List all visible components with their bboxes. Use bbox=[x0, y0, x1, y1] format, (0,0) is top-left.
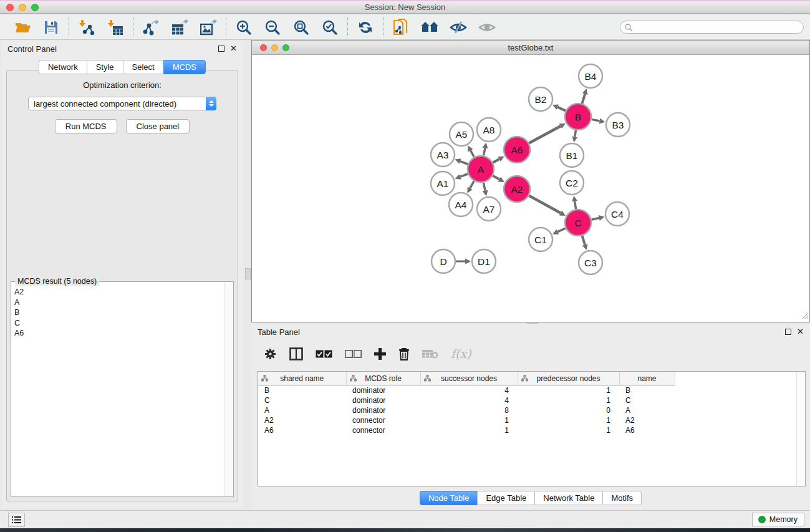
home-view-icon[interactable] bbox=[420, 18, 439, 37]
export-table-icon[interactable] bbox=[170, 18, 189, 37]
edge-C-C1[interactable] bbox=[557, 228, 566, 232]
table-row[interactable]: A2connector11A2 bbox=[258, 415, 675, 425]
delete-column-trash-icon[interactable] bbox=[398, 347, 410, 360]
table-cell[interactable]: connector bbox=[346, 415, 420, 425]
table-cell[interactable]: 1 bbox=[420, 415, 518, 425]
clone-network-icon[interactable] bbox=[392, 18, 410, 37]
table-cell[interactable]: B bbox=[258, 385, 346, 395]
tab-motifs[interactable]: Motifs bbox=[602, 491, 642, 505]
open-session-icon[interactable] bbox=[13, 18, 32, 37]
tab-style[interactable]: Style bbox=[87, 60, 123, 74]
edge-A-A3[interactable] bbox=[460, 162, 468, 165]
network-canvas[interactable]: B4B2BB3A8A5A6A3B1AA1C2A2A4A7C4CC1C3DD1 bbox=[253, 56, 809, 321]
window-resize-grip[interactable] bbox=[801, 312, 809, 321]
edge-A-A7[interactable] bbox=[483, 183, 485, 191]
table-cell[interactable]: dominator bbox=[346, 385, 420, 395]
table-settings-gear-icon[interactable] bbox=[264, 347, 277, 360]
criterion-dropdown[interactable]: largest connected component (directed) bbox=[28, 97, 216, 110]
edge-C-C4[interactable] bbox=[591, 218, 599, 220]
table-cell[interactable]: A6 bbox=[619, 425, 675, 435]
close-panel-button[interactable]: Close panel bbox=[126, 119, 190, 133]
deselect-all-checkboxes-icon[interactable] bbox=[345, 350, 362, 358]
edge-A-A6[interactable] bbox=[493, 159, 499, 163]
zoom-fit-icon[interactable] bbox=[292, 18, 311, 37]
network-window-titlebar[interactable]: testGlobe.txt bbox=[252, 41, 809, 55]
import-table-icon[interactable] bbox=[106, 18, 125, 37]
mcds-result-item[interactable]: B bbox=[11, 307, 224, 318]
table-cell[interactable]: A2 bbox=[619, 415, 675, 425]
memory-button[interactable]: Memory bbox=[752, 513, 804, 526]
float-table-panel-icon[interactable] bbox=[785, 329, 791, 335]
edge-A2-C[interactable] bbox=[529, 196, 561, 213]
column-header-predecessor-nodes[interactable]: predecessor nodes bbox=[518, 372, 619, 385]
search-field[interactable] bbox=[620, 21, 804, 34]
table-cell[interactable]: 4 bbox=[420, 385, 518, 395]
table-cell[interactable]: A2 bbox=[258, 415, 346, 425]
select-all-checkboxes-icon[interactable] bbox=[316, 350, 332, 358]
node-table[interactable]: shared name MCDS role successor nodes pr… bbox=[258, 372, 675, 435]
mcds-result-item[interactable]: A bbox=[11, 297, 224, 308]
mcds-result-item[interactable]: A6 bbox=[11, 328, 224, 339]
edge-A-A8[interactable] bbox=[483, 148, 485, 155]
add-column-icon[interactable] bbox=[374, 348, 386, 360]
table-cell[interactable]: 4 bbox=[420, 395, 518, 405]
edge-B-B2[interactable] bbox=[557, 107, 566, 111]
tab-network[interactable]: Network bbox=[39, 60, 87, 74]
edge-C-C3[interactable] bbox=[582, 236, 585, 244]
tab-select[interactable]: Select bbox=[123, 60, 163, 74]
tab-node-table[interactable]: Node Table bbox=[420, 491, 478, 505]
run-mcds-button[interactable]: Run MCDS bbox=[55, 119, 117, 133]
zoom-selected-icon[interactable] bbox=[321, 18, 339, 37]
table-cell[interactable]: 0 bbox=[518, 405, 619, 415]
edge-B-B4[interactable] bbox=[582, 94, 585, 104]
table-cell[interactable]: C bbox=[258, 395, 346, 405]
edge-A-A4[interactable] bbox=[470, 181, 475, 188]
tab-edge-table[interactable]: Edge Table bbox=[477, 491, 534, 505]
save-session-icon[interactable] bbox=[42, 18, 60, 37]
zoom-out-icon[interactable] bbox=[263, 18, 282, 37]
table-cell[interactable]: dominator bbox=[346, 405, 420, 415]
hide-selected-eye-icon[interactable] bbox=[449, 18, 468, 37]
column-header-mcds-role[interactable]: MCDS role bbox=[346, 372, 420, 385]
table-cell[interactable]: C bbox=[619, 395, 675, 405]
edge-A-A5[interactable] bbox=[471, 150, 475, 157]
result-list-scrollbar[interactable] bbox=[224, 282, 233, 496]
table-row[interactable]: A6connector11A6 bbox=[258, 425, 675, 435]
show-all-eye-icon[interactable] bbox=[478, 18, 496, 37]
tab-network-table[interactable]: Network Table bbox=[534, 491, 602, 505]
table-cell[interactable]: A bbox=[619, 405, 675, 415]
column-header-name[interactable]: name bbox=[619, 372, 675, 385]
edge-C-C2[interactable] bbox=[575, 201, 576, 210]
table-cell[interactable]: dominator bbox=[346, 395, 420, 405]
mcds-result-list[interactable]: A2ABCA6 bbox=[11, 287, 224, 496]
table-cell[interactable]: 1 bbox=[518, 425, 619, 435]
table-row[interactable]: Adominator80A bbox=[258, 405, 675, 415]
column-header-successor-nodes[interactable]: successor nodes bbox=[420, 372, 518, 385]
edge-A6-B[interactable] bbox=[529, 126, 561, 143]
import-network-icon[interactable] bbox=[77, 18, 96, 37]
table-cell[interactable]: connector bbox=[346, 425, 420, 435]
float-panel-icon[interactable] bbox=[218, 46, 224, 52]
close-panel-icon[interactable]: ✕ bbox=[230, 46, 237, 52]
table-cell[interactable]: 1 bbox=[518, 385, 619, 395]
close-table-panel-icon[interactable]: ✕ bbox=[797, 329, 804, 335]
refresh-view-icon[interactable] bbox=[356, 18, 375, 37]
table-scrollbar[interactable] bbox=[796, 372, 805, 486]
edge-A-A2[interactable] bbox=[493, 176, 499, 180]
edge-B-B3[interactable] bbox=[592, 119, 600, 121]
tab-mcds[interactable]: MCDS bbox=[163, 60, 206, 74]
table-row[interactable]: Cdominator41C bbox=[258, 395, 675, 405]
table-row[interactable]: Bdominator41B bbox=[258, 385, 675, 395]
zoom-in-icon[interactable] bbox=[234, 18, 253, 37]
task-history-button[interactable] bbox=[8, 513, 25, 527]
mcds-result-item[interactable]: C bbox=[11, 318, 224, 329]
edge-A-A1[interactable] bbox=[460, 174, 468, 177]
table-cell[interactable]: B bbox=[619, 385, 675, 395]
table-cell[interactable]: 1 bbox=[518, 395, 619, 405]
column-header-shared-name[interactable]: shared name bbox=[258, 372, 346, 385]
network-graph[interactable]: B4B2BB3A8A5A6A3B1AA1C2A2A4A7C4CC1C3DD1 bbox=[253, 56, 809, 321]
table-cell[interactable]: A6 bbox=[258, 425, 346, 435]
column-view-icon[interactable] bbox=[289, 347, 303, 360]
table-cell[interactable]: 8 bbox=[420, 405, 518, 415]
table-cell[interactable]: 1 bbox=[518, 415, 619, 425]
